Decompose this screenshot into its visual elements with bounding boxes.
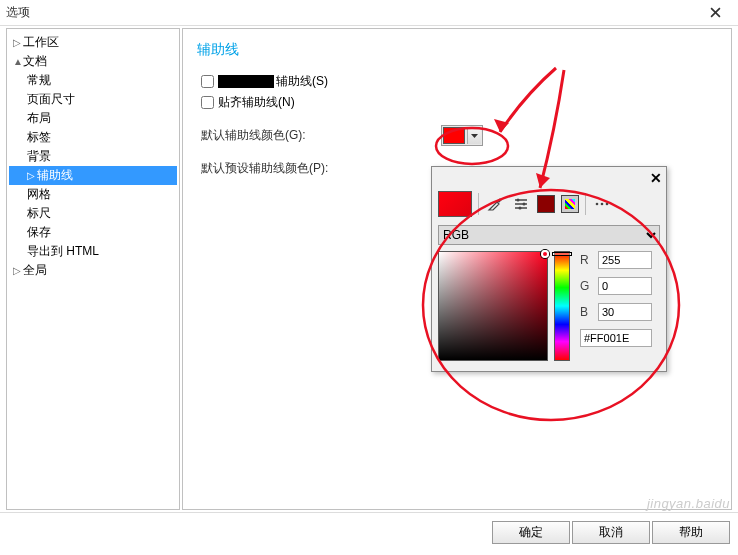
eyedropper-icon [487,196,503,212]
tree-item-workspace[interactable]: ▷工作区 [9,33,177,52]
tree-label: 文档 [23,53,47,70]
svg-point-1 [523,203,526,206]
tree-item-document[interactable]: ▲文档 [9,52,177,71]
tree-item-page-size[interactable]: 页面尺寸 [9,90,177,109]
snap-guides-label: 贴齐辅助线(N) [218,94,295,111]
svg-point-0 [517,199,520,202]
separator [585,193,586,215]
tree-label: 全局 [23,262,47,279]
expand-icon: ▷ [13,265,23,276]
svg-point-5 [606,203,609,206]
show-guides-label: 辅助线(S) [276,73,328,90]
tree-label: 页面尺寸 [27,91,75,108]
g-row: G [580,277,660,295]
tree-item-rulers[interactable]: 标尺 [9,204,177,223]
tree-label: 标尺 [27,205,51,222]
tree-item-labels[interactable]: 标签 [9,128,177,147]
watermark: jingyan.baidu [647,496,730,511]
g-label: G [580,279,592,293]
tree-item-global[interactable]: ▷全局 [9,261,177,280]
ok-button[interactable]: 确定 [492,521,570,544]
svg-point-2 [519,207,522,210]
r-label: R [580,253,592,267]
default-color-row: 默认辅助线颜色(G): [201,125,717,146]
expand-icon: ▷ [13,37,23,48]
show-guides-row: 辅助线(S) [201,73,717,90]
show-guides-checkbox[interactable] [201,75,214,88]
b-label: B [580,305,592,319]
separator [478,193,479,215]
tree-label: 网格 [27,186,51,203]
tree-label: 背景 [27,148,51,165]
hue-slider[interactable] [554,251,570,361]
tree-item-general[interactable]: 常规 [9,71,177,90]
hex-row [580,329,660,347]
tree-item-export-html[interactable]: 导出到 HTML [9,242,177,261]
sliders-icon [513,196,529,212]
default-color-button[interactable] [441,125,483,146]
b-row: B [580,303,660,321]
svg-point-4 [601,203,604,206]
picker-toolbar [432,189,666,219]
sliders-tool[interactable] [511,194,531,214]
palette-tool[interactable] [561,195,579,213]
more-icon [594,196,610,212]
g-input[interactable] [598,277,652,295]
default-color-label: 默认辅助线颜色(G): [201,127,441,144]
rgb-inputs: R G B [576,251,660,361]
tree-label: 导出到 HTML [27,243,99,260]
tree-item-save[interactable]: 保存 [9,223,177,242]
section-title: 辅助线 [197,41,717,59]
more-options-tool[interactable] [592,194,612,214]
r-input[interactable] [598,251,652,269]
tree-label: 布局 [27,110,51,127]
svg-point-3 [596,203,599,206]
color-swatch [443,127,465,144]
saturation-value-area[interactable] [438,251,548,361]
tree-label: 保存 [27,224,51,241]
expand-icon: ▷ [27,170,37,181]
tree-item-grid[interactable]: 网格 [9,185,177,204]
redacted-text [218,75,274,88]
b-input[interactable] [598,303,652,321]
collapse-icon: ▲ [13,56,23,67]
snap-guides-checkbox[interactable] [201,96,214,109]
color-picker-popup: ✕ RGB R [431,166,667,372]
window-title: 选项 [6,4,698,21]
tree-label: 常规 [27,72,51,89]
title-bar: 选项 [0,0,738,26]
picker-titlebar: ✕ [432,167,666,189]
tree-item-guidelines[interactable]: ▷辅助线 [9,166,177,185]
tree-label: 标签 [27,129,51,146]
color-mode-select[interactable]: RGB [438,225,660,245]
r-row: R [580,251,660,269]
dropdown-arrow [467,127,481,144]
default-preset-color-label: 默认预设辅助线颜色(P): [201,160,441,177]
hex-input[interactable] [580,329,652,347]
help-button[interactable]: 帮助 [652,521,730,544]
eyedropper-tool[interactable] [485,194,505,214]
hue-cursor [552,252,572,256]
tree-label: 工作区 [23,34,59,51]
tree-label: 辅助线 [37,167,73,184]
snap-guides-row: 贴齐辅助线(N) [201,94,717,111]
picker-close-button[interactable]: ✕ [650,170,662,186]
tree-item-background[interactable]: 背景 [9,147,177,166]
button-bar: 确定 取消 帮助 [0,512,738,552]
current-color-swatch [438,191,472,217]
picker-body: R G B [432,247,666,371]
nav-tree: ▷工作区 ▲文档 常规 页面尺寸 布局 标签 背景 ▷辅助线 网格 标尺 保存 … [6,28,180,510]
close-icon [710,7,721,18]
solid-swatch-tool[interactable] [537,195,555,213]
cancel-button[interactable]: 取消 [572,521,650,544]
tree-item-layout[interactable]: 布局 [9,109,177,128]
sv-cursor [541,250,549,258]
color-mode-row: RGB [432,219,666,247]
close-button[interactable] [698,2,732,24]
